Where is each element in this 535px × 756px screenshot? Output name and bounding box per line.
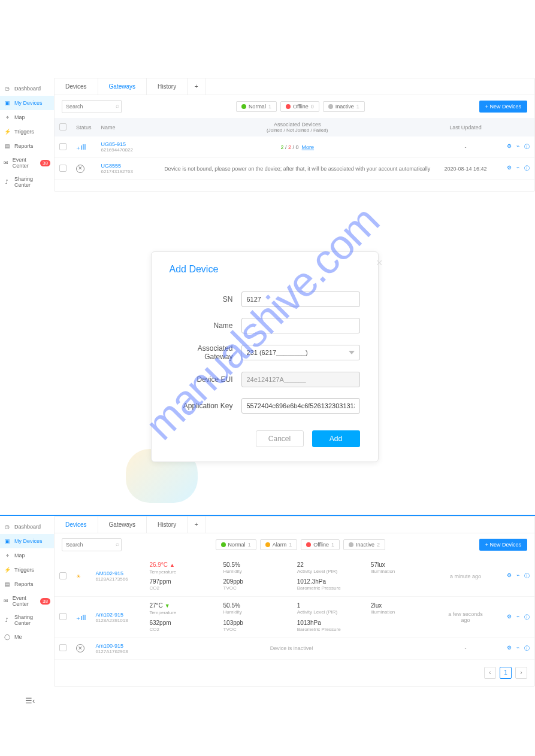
sidebar-item-label: Dashboard — [14, 86, 41, 92]
row-checkbox[interactable] — [59, 644, 67, 651]
device-link[interactable]: UG8555 — [101, 163, 152, 169]
sidebar-item-report[interactable]: ▤Reports — [0, 577, 54, 591]
tab-history[interactable]: History — [147, 78, 188, 95]
key-input[interactable] — [241, 398, 360, 414]
name-input[interactable] — [241, 318, 360, 333]
sidebar-item-trigger[interactable]: ⚡Triggers — [0, 125, 54, 139]
filter-inactive[interactable]: Inactive1 — [323, 101, 365, 112]
filter-offline[interactable]: Offline0 — [280, 101, 319, 112]
sn-input[interactable] — [241, 292, 360, 307]
tab-history[interactable]: History — [147, 517, 188, 533]
settings-icon[interactable]: ⚙ — [507, 614, 512, 621]
checkbox-all[interactable] — [59, 123, 67, 130]
table-row: ₊ıllAm102-9156128A239101827°C▼Temperatur… — [55, 597, 534, 637]
more-link[interactable]: More — [302, 144, 315, 150]
search-input[interactable] — [62, 538, 122, 551]
page-prev[interactable]: ‹ — [484, 667, 496, 679]
chart-icon[interactable]: ⌁ — [516, 572, 519, 580]
settings-icon[interactable]: ⚙ — [507, 165, 512, 172]
row-checkbox[interactable] — [59, 613, 67, 620]
filters: Normal1Alarm1Offline1Inactive2 — [126, 539, 474, 550]
settings-icon[interactable]: ⚙ — [507, 143, 512, 151]
sidebar: ◷Dashboard▣My Devices⌖Map⚡Triggers▤Repor… — [0, 516, 54, 687]
device-icon: ▣ — [4, 99, 11, 107]
chart-icon[interactable]: ⌁ — [516, 645, 519, 652]
search-icon[interactable]: ⌕ — [116, 102, 119, 109]
search-input[interactable] — [62, 100, 122, 113]
tab-gateways[interactable]: Gateways — [98, 517, 147, 533]
normal-dot-icon — [241, 104, 246, 109]
table-row: ₊ıllUG85-9156216944700222 / 2 / 0 More-⚙… — [55, 136, 534, 158]
sensor-cell: 1013hPaBarometric Pressure — [297, 619, 360, 633]
sidebar-item-map[interactable]: ⌖Map — [0, 110, 54, 125]
device-link[interactable]: UG85-915 — [101, 141, 152, 147]
device-link[interactable]: Am100-915 — [95, 643, 140, 649]
close-icon[interactable]: × — [376, 257, 383, 269]
col-assoc: Associated Devices (Joined / Not Joined … — [156, 118, 439, 136]
sidebar-item-share[interactable]: ⤴Sharing Center — [0, 172, 54, 192]
tab-devices[interactable]: Devices — [55, 78, 98, 95]
sensor-cell: 2luxIllumination — [371, 602, 434, 616]
device-link[interactable]: AM102-915 — [95, 570, 140, 576]
info-icon[interactable]: ⓘ — [524, 572, 530, 580]
chart-icon[interactable]: ⌁ — [516, 165, 519, 172]
filter-inactive[interactable]: Inactive2 — [343, 539, 385, 550]
info-icon[interactable]: ⓘ — [524, 614, 530, 621]
device-link[interactable]: Am102-915 — [95, 612, 140, 618]
row-checkbox[interactable] — [59, 572, 67, 579]
sidebar-item-gauge[interactable]: ◷Dashboard — [0, 520, 54, 534]
search-box: ⌕ — [62, 538, 122, 551]
last-updated: a minute ago — [439, 556, 492, 597]
sidebar-item-gauge[interactable]: ◷Dashboard — [0, 81, 54, 96]
filter-normal[interactable]: Normal1 — [216, 539, 256, 550]
new-devices-button[interactable]: + New Devices — [479, 101, 527, 113]
info-icon[interactable]: ⓘ — [524, 645, 530, 652]
sidebar-item-user[interactable]: ◯Me — [0, 630, 54, 644]
row-checkbox[interactable] — [59, 165, 67, 172]
eui-label: Device EUI — [170, 375, 241, 384]
settings-icon[interactable]: ⚙ — [507, 645, 512, 652]
tab-gateways[interactable]: Gateways — [98, 78, 147, 95]
gauge-icon: ◷ — [4, 85, 11, 92]
info-icon[interactable]: ⓘ — [524, 143, 530, 151]
sidebar-item-trigger[interactable]: ⚡Triggers — [0, 563, 54, 577]
sidebar-item-label: Sharing Center — [14, 614, 50, 626]
add-button[interactable]: Add — [312, 430, 360, 447]
sidebar-collapse-icon[interactable]: ☰‹ — [0, 691, 535, 705]
sidebar-item-device[interactable]: ▣My Devices — [0, 534, 54, 548]
gateway-select[interactable]: 231 (6217________) — [241, 345, 360, 360]
last-updated: - — [439, 637, 492, 659]
chart-icon[interactable]: ⌁ — [516, 143, 519, 151]
sensor-cell: 1Activity Level (PIR) — [297, 602, 360, 616]
filter-alarm[interactable]: Alarm1 — [260, 539, 298, 550]
sidebar-item-device[interactable]: ▣My Devices — [0, 96, 54, 110]
trigger-icon: ⚡ — [4, 566, 11, 573]
settings-icon[interactable]: ⚙ — [507, 572, 512, 580]
alarm-dot-icon — [265, 542, 270, 547]
search-icon[interactable]: ⌕ — [116, 541, 119, 547]
page-next[interactable]: › — [515, 667, 527, 679]
sidebar-item-share[interactable]: ⤴Sharing Center — [0, 611, 54, 630]
filter-offline[interactable]: Offline1 — [301, 539, 340, 550]
chart-icon[interactable]: ⌁ — [516, 614, 519, 621]
tab-add[interactable]: + — [188, 517, 205, 533]
filter-normal[interactable]: Normal1 — [236, 101, 277, 112]
sidebar-item-mail[interactable]: ✉Event Center38 — [0, 153, 54, 172]
mail-icon: ✉ — [4, 597, 9, 605]
new-devices-button[interactable]: + New Devices — [479, 539, 527, 551]
row-checkbox[interactable] — [59, 143, 67, 150]
report-icon: ▤ — [4, 581, 11, 588]
sidebar-item-report[interactable]: ▤Reports — [0, 139, 54, 153]
inactive-icon: ✕ — [76, 644, 84, 652]
sensor-cell: 57luxIllumination — [371, 561, 434, 575]
sidebar-item-map[interactable]: ⌖Map — [0, 548, 54, 563]
tab-devices[interactable]: Devices — [55, 517, 98, 533]
tab-add[interactable]: + — [188, 78, 205, 95]
page-1[interactable]: 1 — [500, 667, 512, 679]
cancel-button[interactable]: Cancel — [256, 430, 304, 447]
normal-dot-icon — [221, 542, 226, 547]
sidebar-item-mail[interactable]: ✉Event Center38 — [0, 591, 54, 611]
sensor-cell: 50.5%Humidity — [223, 561, 286, 575]
info-icon[interactable]: ⓘ — [524, 165, 530, 172]
sidebar-item-label: Reports — [14, 581, 34, 587]
